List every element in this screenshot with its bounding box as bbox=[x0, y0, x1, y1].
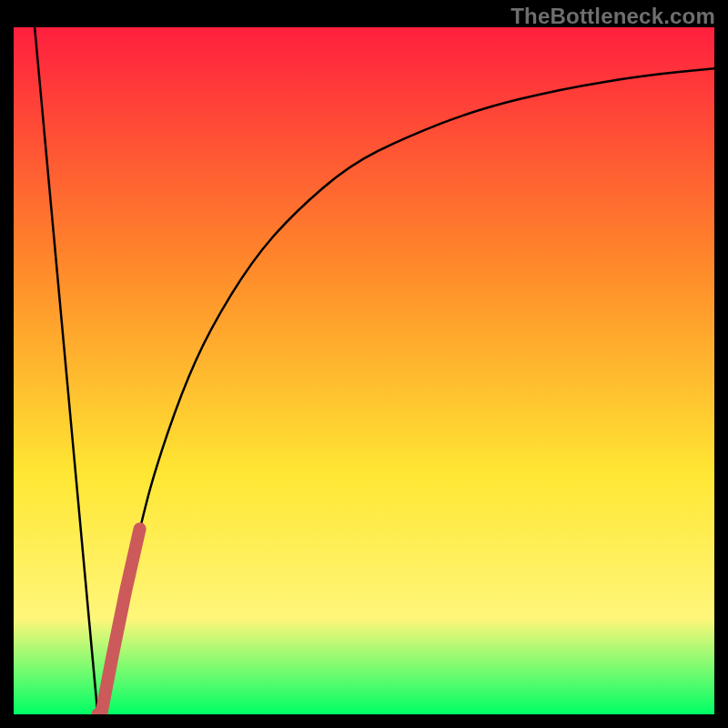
plot-area bbox=[14, 27, 714, 714]
chart-svg bbox=[14, 27, 714, 714]
watermark-text: TheBottleneck.com bbox=[511, 4, 715, 29]
outer-frame: TheBottleneck.com bbox=[0, 0, 728, 728]
